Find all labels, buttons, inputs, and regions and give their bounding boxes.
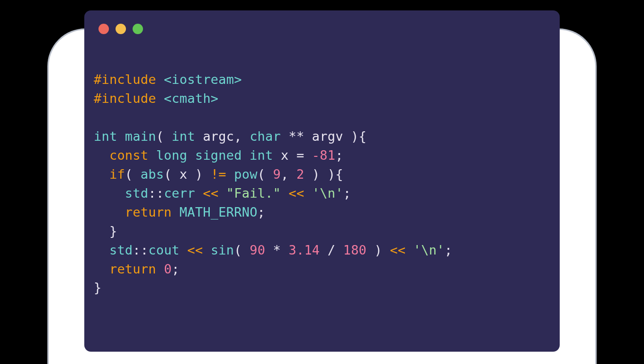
sp (281, 186, 288, 200)
op: << (390, 243, 405, 257)
type-keyword: int (94, 129, 117, 144)
sp (203, 243, 210, 257)
indent (94, 262, 109, 276)
punct: ) (188, 167, 211, 182)
punct: ; (258, 205, 265, 219)
sp (405, 243, 413, 257)
ns: std (125, 186, 148, 200)
number: 90 (250, 243, 265, 257)
char-literal: '\n' (312, 186, 343, 200)
op: << (188, 243, 203, 257)
func-name: main (117, 129, 156, 144)
param: argv (312, 129, 343, 144)
punct: ( (234, 243, 250, 257)
punct: ; (343, 186, 351, 200)
type-keyword: char (250, 129, 281, 144)
punct: ; (445, 243, 452, 257)
indent (94, 205, 125, 219)
sp (195, 186, 203, 200)
keyword: if (109, 167, 125, 182)
sp (179, 243, 187, 257)
punct: ( (156, 129, 172, 144)
func-call: abs (141, 167, 164, 182)
stream: cout (148, 243, 179, 257)
number: 0 (164, 262, 171, 276)
window-titlebar (84, 10, 560, 34)
sp (156, 262, 164, 276)
op: / (320, 243, 343, 257)
punct: ){ (343, 129, 367, 144)
op: << (203, 186, 218, 200)
sp (218, 186, 226, 200)
code-window: #include <iostream> #include <cmath> int… (84, 10, 560, 352)
indent (94, 148, 109, 163)
punct: ) ){ (304, 167, 343, 182)
indent (94, 167, 109, 182)
type-keyword: int (172, 129, 195, 144)
func-call: sin (211, 243, 234, 257)
maximize-icon[interactable] (133, 24, 143, 34)
punct: , (234, 129, 250, 144)
stream: cerr (164, 186, 195, 200)
sp (226, 167, 234, 182)
number: 2 (296, 167, 304, 182)
op: * (265, 243, 288, 257)
keyword: return (125, 205, 172, 219)
char-literal: '\n' (413, 243, 445, 257)
number: 180 (343, 243, 367, 257)
preproc-keyword: #include (94, 72, 156, 87)
close-icon[interactable] (98, 24, 109, 34)
sp (304, 186, 312, 200)
keyword: const (109, 148, 148, 163)
header-name: <cmath> (156, 91, 219, 106)
scope-op: :: (148, 186, 164, 200)
punct: , (281, 167, 296, 182)
sp (172, 205, 179, 219)
punct: ; (172, 262, 179, 276)
const-name: MATH_ERRNO (179, 205, 258, 219)
op: != (211, 167, 226, 182)
param: argc (195, 129, 234, 144)
keyword: return (109, 262, 156, 276)
punct: ) (367, 243, 390, 257)
string: "Fail." (226, 186, 281, 200)
header-name: <iostream> (156, 72, 242, 87)
var: x (179, 167, 187, 182)
punct: ( (258, 167, 273, 182)
minimize-icon[interactable] (116, 24, 126, 34)
func-call: pow (234, 167, 257, 182)
indent (94, 186, 125, 200)
punct: ( (164, 167, 179, 182)
scope-op: :: (133, 243, 148, 257)
type-keyword: long signed int (148, 148, 281, 163)
punct: ** (281, 129, 312, 144)
brace: } (94, 224, 117, 238)
ns: std (109, 243, 133, 257)
op: = (288, 148, 312, 163)
punct: ; (335, 148, 343, 163)
preproc-keyword: #include (94, 91, 156, 106)
number: 3.14 (289, 243, 320, 257)
brace: } (94, 280, 101, 295)
indent (94, 243, 109, 257)
number: -81 (312, 148, 335, 163)
punct: ( (125, 167, 141, 182)
op: << (288, 186, 304, 200)
var: x (281, 148, 288, 163)
code-block: #include <iostream> #include <cmath> int… (84, 34, 560, 307)
number: 9 (273, 167, 281, 182)
